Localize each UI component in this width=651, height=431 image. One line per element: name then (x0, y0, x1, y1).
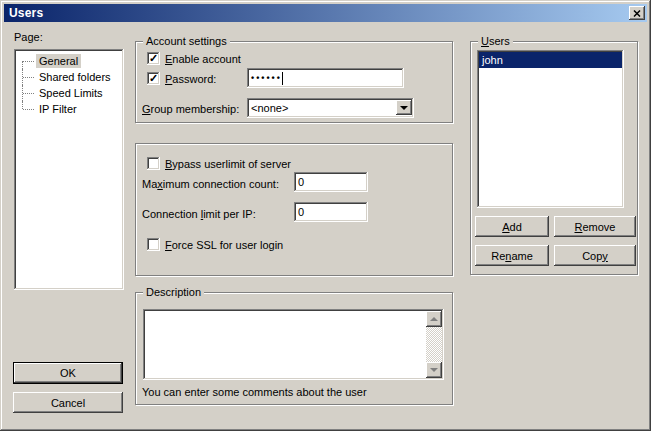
page-tree[interactable]: General Shared folders Speed Limits IP F… (14, 49, 124, 290)
account-settings-title: Account settings (143, 35, 230, 48)
force-ssl-label: Force SSL for user login (165, 239, 283, 251)
password-input[interactable]: •••••• (247, 68, 404, 88)
limits-group: Bypass userlimit of server Maximum conne… (135, 143, 453, 276)
users-dialog: Users Page: General Shared folders Speed… (0, 0, 651, 431)
window-title: Users (4, 6, 629, 20)
password-label: Password: (165, 73, 216, 85)
tree-item-ip-filter[interactable]: IP Filter (21, 101, 124, 117)
rename-button[interactable]: Rename (475, 245, 549, 266)
tree-item-shared-folders[interactable]: Shared folders (21, 69, 124, 85)
tree-branch-icon (21, 85, 36, 101)
page-label: Page: (14, 31, 43, 43)
tree-branch-icon (21, 69, 36, 85)
password-checkbox-row[interactable]: ✓ Password: (147, 72, 216, 85)
copy-button-label: Copy (582, 250, 608, 262)
tree-item-label[interactable]: IP Filter (36, 102, 80, 116)
text-caret (282, 72, 283, 85)
max-connection-count-value: 0 (298, 176, 304, 188)
titlebar[interactable]: Users (4, 4, 647, 22)
group-membership-dropdown-button[interactable] (396, 100, 412, 115)
description-textarea[interactable] (143, 309, 444, 380)
cancel-button[interactable]: Cancel (13, 392, 123, 413)
description-hint: You can enter some comments about the us… (142, 386, 367, 398)
tree-item-label[interactable]: General (36, 54, 81, 68)
remove-button-label: Remove (575, 221, 616, 233)
tree-item-general[interactable]: General (21, 53, 124, 69)
rename-button-label: Rename (491, 250, 533, 262)
tree-branch-icon (21, 101, 36, 117)
close-button[interactable] (629, 6, 645, 20)
list-item-label: john (482, 54, 503, 66)
chevron-down-icon (400, 106, 408, 110)
enable-account-checkbox-row[interactable]: ✓ Enable account (147, 52, 241, 65)
password-checkbox[interactable]: ✓ (147, 72, 160, 85)
group-membership-select[interactable]: <none> (247, 98, 414, 118)
cancel-button-label: Cancel (51, 397, 85, 409)
close-icon (633, 10, 641, 17)
add-button[interactable]: Add (475, 216, 549, 237)
max-connection-count-input[interactable]: 0 (294, 172, 368, 192)
account-settings-group: Account settings ✓ Enable account ✓ Pass… (135, 41, 453, 123)
max-connection-count-label: Maximum connection count: (142, 178, 279, 190)
description-scrollbar[interactable] (426, 311, 442, 378)
ok-button[interactable]: OK (13, 362, 123, 384)
group-membership-value: <none> (251, 102, 288, 114)
tree-item-label[interactable]: Speed Limits (36, 86, 106, 100)
check-icon: ✓ (149, 73, 158, 83)
scroll-up-button[interactable] (426, 311, 442, 327)
connection-limit-per-ip-label: Connection limit per IP: (142, 208, 256, 220)
connection-limit-per-ip-input[interactable]: 0 (294, 202, 368, 222)
description-group: Description You can enter some comments … (135, 292, 453, 405)
password-value: •••••• (251, 73, 282, 83)
description-title: Description (143, 286, 204, 299)
list-item-john[interactable]: john (479, 52, 622, 68)
scrollbar-track[interactable] (426, 327, 442, 362)
bypass-userlimit-checkbox[interactable] (147, 157, 160, 170)
check-icon: ✓ (149, 53, 158, 63)
tree-item-label[interactable]: Shared folders (36, 70, 114, 84)
enable-account-checkbox[interactable]: ✓ (147, 52, 160, 65)
ok-button-label: OK (60, 367, 76, 379)
tree-item-speed-limits[interactable]: Speed Limits (21, 85, 124, 101)
enable-account-label: Enable account (165, 53, 241, 65)
group-membership-label: Group membership: (142, 103, 239, 115)
users-group: Users john Add Remove Rename Copy (470, 41, 638, 275)
add-button-label: Add (502, 221, 522, 233)
tree-branch-icon (21, 53, 36, 69)
bypass-userlimit-checkbox-row[interactable]: Bypass userlimit of server (147, 157, 291, 170)
arrow-down-icon (430, 368, 438, 372)
copy-button[interactable]: Copy (554, 245, 636, 266)
remove-button[interactable]: Remove (554, 216, 636, 237)
users-listbox[interactable]: john (477, 50, 624, 208)
force-ssl-checkbox-row[interactable]: Force SSL for user login (147, 238, 283, 251)
users-group-title: Users (478, 35, 513, 48)
force-ssl-checkbox[interactable] (147, 238, 160, 251)
scroll-down-button[interactable] (426, 362, 442, 378)
bypass-userlimit-label: Bypass userlimit of server (165, 158, 291, 170)
arrow-up-icon (430, 317, 438, 321)
connection-limit-per-ip-value: 0 (298, 206, 304, 218)
